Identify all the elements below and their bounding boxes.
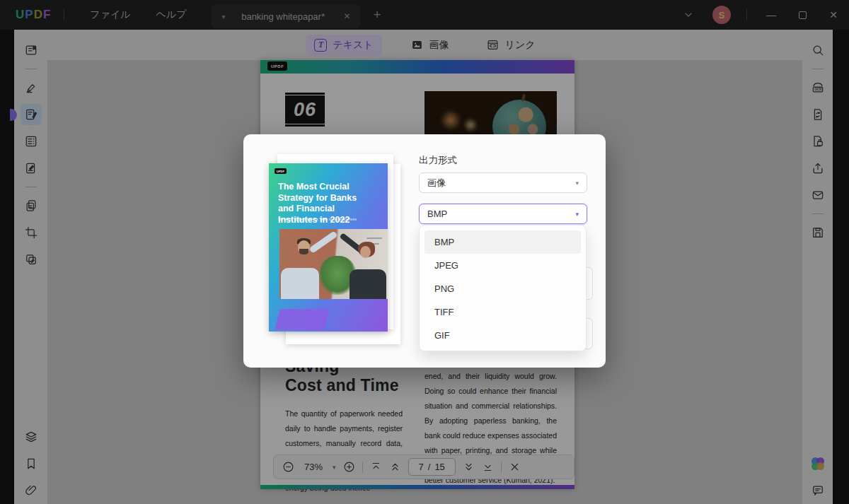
photo-detail	[366, 238, 382, 239]
export-dialog: UPDF The Most Crucial Strategy for Banks…	[243, 134, 606, 368]
format-select-value: 画像	[427, 177, 446, 189]
photo-woman-head	[360, 246, 371, 258]
photo-man	[281, 268, 319, 299]
preview-subtitle: No More Expenses! It's Time to Go Paperl…	[278, 217, 377, 221]
dropdown-option-tiff[interactable]: TIFF	[424, 300, 581, 324]
output-format-label: 出力形式	[419, 154, 457, 167]
preview-photo	[279, 229, 388, 299]
photo-woman	[350, 269, 386, 299]
document-preview-cover: UPDF The Most Crucial Strategy for Banks…	[269, 163, 388, 332]
select-caret-icon: ▾	[575, 211, 579, 218]
preview-accent-shape	[275, 309, 329, 330]
dropdown-option-gif[interactable]: GIF	[424, 324, 581, 347]
subformat-select-value: BMP	[427, 209, 447, 219]
select-caret-icon: ▾	[575, 180, 579, 187]
subformat-dropdown: BMP JPEG PNG TIFF GIF	[419, 225, 587, 351]
preview-brand-chip: UPDF	[275, 168, 287, 174]
dropdown-option-jpeg[interactable]: JPEG	[424, 254, 581, 277]
photo-man-beard	[299, 249, 308, 254]
format-select[interactable]: 画像 ▾	[419, 172, 587, 193]
photo-man-arm	[308, 230, 337, 254]
dropdown-option-bmp[interactable]: BMP	[424, 230, 581, 254]
subformat-select[interactable]: BMP ▾	[419, 204, 587, 224]
dropdown-option-png[interactable]: PNG	[424, 277, 581, 300]
